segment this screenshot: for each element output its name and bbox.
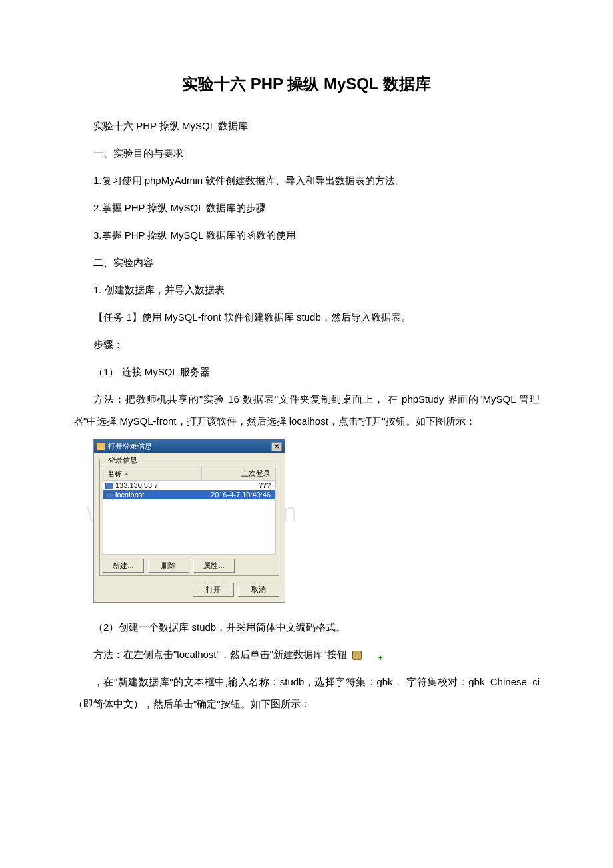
list-item[interactable]: localhost 2016-4-7 10:40:46: [103, 490, 275, 499]
step-heading: （2）创建一个数据库 studb，并采用简体中文编码格式。: [73, 616, 540, 638]
server-name: localhost: [115, 491, 144, 499]
properties-button[interactable]: 属性...: [193, 559, 235, 573]
step-detail: ，在"新建数据库"的文本框中,输入名称：studb，选择字符集：gbk， 字符集…: [73, 671, 540, 715]
server-icon: [105, 492, 113, 499]
fieldset-buttons: 新建... 删除 属性...: [103, 559, 276, 573]
task-description: 【任务 1】使用 MySQL-front 软件创建数据库 studb，然后导入数…: [73, 306, 540, 328]
new-button[interactable]: 新建...: [103, 559, 144, 573]
server-icon: [105, 483, 113, 489]
login-info-fieldset: 登录信息 名称 ▲ 上次登录: [99, 459, 279, 576]
column-header-login[interactable]: 上次登录: [202, 467, 275, 480]
open-button[interactable]: 打开: [193, 583, 234, 597]
document-title: 实验十六 PHP 操纵 MySQL 数据库: [73, 73, 540, 95]
list-body: 133.130.53.7 ??? localhost 2016-4-7 10:4…: [103, 481, 275, 554]
login-dialog: 打开登录信息 ✕ 登录信息 名称 ▲ 上次登录: [93, 439, 285, 603]
cancel-button[interactable]: 取消: [238, 583, 279, 597]
connection-list: 名称 ▲ 上次登录 133.130.53.7 ???: [103, 467, 276, 555]
server-name: 133.130.53.7: [115, 481, 158, 489]
dialog-title-area: 打开登录信息: [97, 441, 152, 451]
dialog-body: 登录信息 名称 ▲ 上次登录: [94, 453, 285, 602]
section-heading: 一、实验目的与要求: [73, 142, 540, 164]
step-heading: （1） 连接 MySQL 服务器: [73, 361, 540, 383]
new-database-icon: +: [352, 649, 364, 661]
dialog-action-buttons: 打开 取消: [99, 583, 279, 597]
step-method: 方法：把教师机共享的"实验 16 数据表"文件夹复制到桌面上， 在 phpStu…: [73, 388, 540, 432]
sort-ascending-icon: ▲: [124, 471, 129, 477]
list-header: 名称 ▲ 上次登录: [103, 467, 275, 481]
dialog-screenshot: 打开登录信息 ✕ 登录信息 名称 ▲ 上次登录: [93, 439, 540, 603]
step-method: 方法：在左侧点击"localhost"，然后单击"新建数据库"按钮 +: [73, 643, 540, 665]
objective-item: 1.复习使用 phpMyAdmin 软件创建数据库、导入和导出数据表的方法。: [73, 169, 540, 191]
list-item[interactable]: 133.130.53.7 ???: [103, 481, 275, 490]
section-heading: 二、实验内容: [73, 251, 540, 273]
last-login-value: 2016-4-7 10:40:46: [200, 491, 273, 499]
document-content: 实验十六 PHP 操纵 MySQL 数据库 实验十六 PHP 操纵 MySQL …: [73, 73, 540, 715]
content-item: 1. 创建数据库，并导入数据表: [73, 279, 540, 301]
last-login-value: ???: [200, 481, 273, 489]
column-header-name[interactable]: 名称 ▲: [103, 467, 202, 480]
subtitle-text: 实验十六 PHP 操纵 MySQL 数据库: [73, 115, 540, 137]
dialog-titlebar: 打开登录信息 ✕: [94, 439, 285, 453]
close-icon[interactable]: ✕: [271, 442, 282, 451]
dialog-title-text: 打开登录信息: [108, 441, 152, 451]
delete-button[interactable]: 删除: [148, 559, 189, 573]
fieldset-legend: 登录信息: [105, 455, 140, 465]
objective-item: 2.掌握 PHP 操纵 MySQL 数据库的步骤: [73, 197, 540, 219]
dialog-app-icon: [97, 442, 105, 451]
objective-item: 3.掌握 PHP 操纵 MySQL 数据库的函数的使用: [73, 224, 540, 246]
steps-label: 步骤：: [73, 333, 540, 355]
